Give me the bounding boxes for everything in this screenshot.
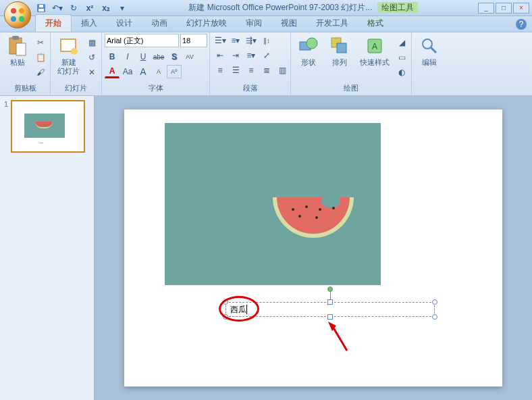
underline-button[interactable]: U <box>136 50 151 64</box>
paste-button[interactable]: 粘贴 <box>3 34 32 68</box>
increase-indent-button[interactable]: ⇥ <box>228 49 243 62</box>
superscript-icon[interactable]: x² <box>84 2 96 14</box>
shadow-button[interactable]: S <box>167 50 182 64</box>
shape-outline-icon[interactable]: ▭ <box>395 51 408 64</box>
spacing-button[interactable]: AV <box>182 50 197 64</box>
format-painter-icon[interactable]: 🖌 <box>34 66 47 78</box>
font-color-button[interactable]: A <box>105 65 119 78</box>
bullets-button[interactable]: ☰▾ <box>213 34 228 47</box>
qat-customize-icon[interactable]: ▾ <box>116 2 128 14</box>
new-slide-button[interactable]: 新建 幻灯片 <box>53 34 84 77</box>
svg-point-23 <box>332 207 335 209</box>
group-slides: 新建 幻灯片 ▦ ↺ ✕ 幻灯片 <box>51 32 102 95</box>
slide[interactable]: 西瓜 <box>124 109 502 386</box>
tab-slideshow[interactable]: 幻灯片放映 <box>177 15 236 32</box>
subscript-icon[interactable]: x₂ <box>100 2 112 14</box>
ribbon-tabs: 开始 插入 设计 动画 幻灯片放映 审阅 视图 开发工具 格式 ? <box>0 16 532 32</box>
resize-handle-tl[interactable] <box>223 299 228 305</box>
change-case-button[interactable]: Aa <box>120 65 135 78</box>
justify-button[interactable]: ≣ <box>259 64 274 77</box>
undo-icon[interactable]: ↶▾ <box>51 2 63 14</box>
svg-point-22 <box>319 208 321 211</box>
shape-effects-icon[interactable]: ◐ <box>395 66 408 78</box>
tab-view[interactable]: 视图 <box>271 15 307 32</box>
svg-line-19 <box>431 47 436 53</box>
svg-point-0 <box>11 8 16 14</box>
svg-point-1 <box>19 8 24 14</box>
resize-handle-br[interactable] <box>432 314 437 320</box>
svg-point-24 <box>298 215 301 218</box>
svg-marker-27 <box>328 322 336 331</box>
strike-button[interactable]: abe <box>151 50 166 64</box>
slide-canvas-area[interactable]: 西瓜 <box>95 96 532 400</box>
textbox[interactable]: 西瓜 <box>225 302 435 317</box>
cut-icon[interactable]: ✂ <box>34 36 47 49</box>
font-name-select[interactable] <box>105 34 179 47</box>
tab-insert[interactable]: 插入 <box>72 15 107 32</box>
bold-button[interactable]: B <box>105 50 119 64</box>
align-right-button[interactable]: ≡ <box>244 64 259 77</box>
office-button[interactable] <box>4 1 31 28</box>
arrange-icon <box>329 35 350 57</box>
svg-point-25 <box>315 216 318 219</box>
tab-home[interactable]: 开始 <box>35 14 72 32</box>
slide-thumbnails-panel[interactable]: 1 — <box>0 96 95 400</box>
tab-design[interactable]: 设计 <box>107 15 142 32</box>
arrange-button[interactable]: 排列 <box>325 34 354 68</box>
quick-styles-button[interactable]: A 快速样式 <box>356 34 394 68</box>
redo-icon[interactable]: ↻ <box>68 2 80 14</box>
svg-rect-15 <box>337 43 346 53</box>
shrink-font-button[interactable]: A <box>151 65 166 78</box>
tab-developer[interactable]: 开发工具 <box>307 15 358 32</box>
layout-icon[interactable]: ▦ <box>85 36 99 49</box>
tab-animation[interactable]: 动画 <box>142 15 177 32</box>
columns-button[interactable]: ▥ <box>275 64 290 77</box>
resize-handle-tr[interactable] <box>432 299 437 305</box>
reset-icon[interactable]: ↺ <box>85 51 99 64</box>
decrease-indent-button[interactable]: ⇤ <box>213 49 228 62</box>
thumbnail-item[interactable]: 1 — <box>4 100 90 153</box>
save-icon[interactable] <box>35 2 47 14</box>
maximize-button[interactable]: □ <box>496 3 512 14</box>
list-level-button[interactable]: ⇶▾ <box>244 34 259 47</box>
tab-format[interactable]: 格式 <box>358 15 393 32</box>
svg-rect-5 <box>38 9 44 11</box>
svg-point-11 <box>71 48 78 55</box>
svg-rect-9 <box>16 43 26 55</box>
text-direction-button[interactable]: ⤢ <box>259 49 274 62</box>
clear-format-button[interactable]: A⁰ <box>167 65 182 78</box>
grow-font-button[interactable]: A <box>136 65 151 78</box>
resize-handle-tm[interactable] <box>327 299 333 305</box>
svg-point-20 <box>292 208 294 211</box>
numbering-button[interactable]: ≡▾ <box>228 34 243 47</box>
minimize-button[interactable]: _ <box>478 3 494 14</box>
resize-handle-bm[interactable] <box>327 314 333 320</box>
thumbnail-preview[interactable]: — <box>11 100 85 153</box>
line-spacing-button[interactable]: ‖↕ <box>259 34 274 47</box>
shapes-button[interactable]: 形状 <box>294 34 323 68</box>
quick-access-toolbar: ↶▾ ↻ x² x₂ ▾ <box>35 2 128 14</box>
italic-button[interactable]: I <box>120 50 135 64</box>
group-clipboard: 粘贴 ✂ 📋 🖌 剪贴板 <box>0 32 51 95</box>
text-cursor <box>246 305 247 314</box>
svg-point-13 <box>307 38 317 49</box>
editing-button[interactable]: 编辑 <box>415 34 444 68</box>
align-left-button[interactable]: ≡ <box>213 64 228 77</box>
close-button[interactable]: × <box>513 3 529 14</box>
svg-line-26 <box>332 326 347 351</box>
rotate-handle[interactable] <box>327 286 333 292</box>
svg-rect-8 <box>12 36 19 40</box>
resize-handle-bl[interactable] <box>223 314 228 320</box>
shape-fill-icon[interactable]: ◢ <box>395 36 408 49</box>
window-controls: _ □ × <box>478 3 529 14</box>
align-button[interactable]: ≡▾ <box>244 49 259 62</box>
delete-slide-icon[interactable]: ✕ <box>85 66 99 78</box>
copy-icon[interactable]: 📋 <box>34 51 47 64</box>
font-size-select[interactable] <box>180 34 207 47</box>
align-center-button[interactable]: ☰ <box>228 64 243 77</box>
svg-point-3 <box>19 16 24 22</box>
help-icon[interactable]: ? <box>516 19 527 30</box>
titlebar: ↶▾ ↻ x² x₂ ▾ 新建 Microsoft Office PowerPo… <box>0 0 532 16</box>
watermelon-image[interactable] <box>165 123 381 285</box>
tab-review[interactable]: 审阅 <box>236 15 271 32</box>
